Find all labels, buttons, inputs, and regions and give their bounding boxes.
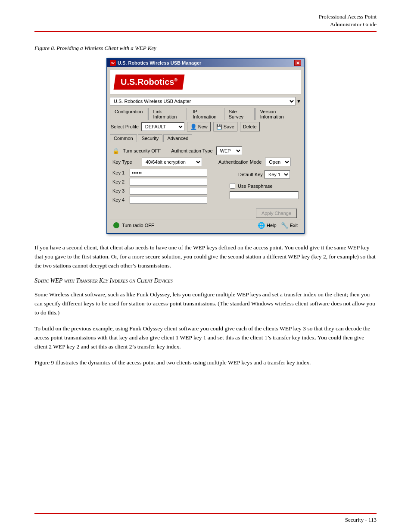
page-header: Professional Access Point Administrator … <box>34 13 377 32</box>
dialog-body: U.S.Robotics® U.S. Robotics Wireless USB… <box>107 67 304 233</box>
sub-tab-advanced[interactable]: Advanced <box>163 134 192 142</box>
adapter-row: U.S. Robotics Wireless USB Adapter ▼ <box>110 97 301 106</box>
help-button[interactable]: 🌐 Help <box>258 222 277 229</box>
key3-label: Key 3 <box>112 188 128 193</box>
passphrase-input[interactable] <box>230 191 299 199</box>
tab-configuration[interactable]: Configuration <box>110 108 147 120</box>
save-button[interactable]: 💾 Save <box>213 122 237 131</box>
app-icon: W <box>110 60 116 66</box>
tab-site-survey[interactable]: Site Survey <box>224 108 255 120</box>
exit-button[interactable]: 🔧 Exit <box>281 222 298 229</box>
delete-label: Delete <box>243 124 257 129</box>
help-icon: 🌐 <box>258 222 265 229</box>
key-type-select[interactable]: 40/64bit encryption <box>142 158 202 166</box>
sub-tabs-row: Common Security Advanced <box>110 134 301 142</box>
footer-right: 🌐 Help 🔧 Exit <box>258 222 298 229</box>
header-line2: Administrator Guide <box>319 21 377 28</box>
key1-label: Key 1 <box>112 170 128 175</box>
figure-caption: Figure 8. Providing a Wireless Client wi… <box>34 45 377 52</box>
footer-left: Turn radio OFF <box>113 222 154 228</box>
profile-label: Select Profile <box>111 124 139 129</box>
header-line1: Professional Access Point <box>319 13 377 21</box>
adapter-select[interactable]: U.S. Robotics Wireless USB Adapter <box>110 97 296 106</box>
key1-input[interactable] <box>130 169 207 177</box>
key-type-row: Key Type 40/64bit encryption Authenticat… <box>112 158 299 166</box>
logo-text: U.S.Robotics® <box>121 77 177 87</box>
logo-box: U.S.Robotics® <box>114 75 185 90</box>
keys-area: Key 1 Key 2 Key 3 <box>112 169 299 205</box>
profile-row: Select Profile DEFAULT 👤 New 💾 Save Dele… <box>110 122 301 131</box>
body-para2: Some Wireless client software, such as l… <box>34 290 377 317</box>
exit-label: Exit <box>290 223 298 228</box>
dialog-title: U.S. Robotics Wireless USB Manager <box>118 60 201 65</box>
tab-link-info[interactable]: Link Information <box>148 108 187 120</box>
key4-input[interactable] <box>130 196 207 204</box>
auth-mode-label: Authentication Mode <box>218 159 262 165</box>
dialog-wrapper: W U.S. Robotics Wireless USB Manager ✕ U… <box>34 58 377 234</box>
key-type-label: Key Type <box>112 159 138 165</box>
key3-row: Key 3 <box>112 187 223 195</box>
page-footer: Security - 113 <box>34 513 377 523</box>
auth-type-select[interactable]: WEP <box>216 146 242 155</box>
passphrase-label: Use Passphrase <box>238 184 273 189</box>
close-button[interactable]: ✕ <box>294 60 301 66</box>
security-toggle-row: 🔒 Turn security OFF Authentication Type … <box>112 146 299 155</box>
auth-mode-select[interactable]: Open <box>265 158 291 166</box>
help-label: Help <box>267 223 277 228</box>
logo-area: U.S.Robotics® <box>110 70 301 94</box>
section-title-text: Static WEP with Transfer Key Indexes on … <box>34 277 173 284</box>
body-para3: To build on the previous example, using … <box>34 324 377 352</box>
key2-input[interactable] <box>130 178 207 186</box>
security-toggle-label: Turn security OFF <box>123 148 161 153</box>
apply-row: Apply Change <box>112 208 299 218</box>
key1-row: Key 1 <box>112 169 223 177</box>
dialog-titlebar: W U.S. Robotics Wireless USB Manager ✕ <box>107 59 304 67</box>
save-icon: 💾 <box>216 124 222 130</box>
section-title: Static WEP with Transfer Key Indexes on … <box>34 277 377 284</box>
key4-row: Key 4 <box>112 196 223 204</box>
dialog-footer: Turn radio OFF 🌐 Help 🔧 Exit <box>110 220 301 230</box>
key4-label: Key 4 <box>112 197 128 202</box>
security-content: 🔒 Turn security OFF Authentication Type … <box>110 145 301 220</box>
passphrase-checkbox-row: Use Passphrase <box>230 183 299 189</box>
sub-tab-security[interactable]: Security <box>138 134 163 142</box>
titlebar-left: W U.S. Robotics Wireless USB Manager <box>110 60 201 66</box>
body-para4: Figure 9 illustrates the dynamics of the… <box>34 358 377 367</box>
header-title: Professional Access Point Administrator … <box>319 13 377 28</box>
page-number: Security - 113 <box>345 516 377 523</box>
security-shield-icon: 🔒 <box>112 148 119 154</box>
keys-left-col: Key 1 Key 2 Key 3 <box>112 169 223 205</box>
auth-type-label: Authentication Type <box>171 148 212 153</box>
passphrase-section: Use Passphrase <box>230 183 299 199</box>
radio-status-icon <box>113 222 119 228</box>
new-icon: 👤 <box>190 124 197 130</box>
tab-ip-info[interactable]: IP Information <box>188 108 223 120</box>
default-key-label: Default Key <box>238 172 263 177</box>
dialog-window: W U.S. Robotics Wireless USB Manager ✕ U… <box>106 58 305 234</box>
default-key-select[interactable]: Key 1 <box>265 170 290 179</box>
keys-right-col: Default Key Key 1 Use Passphrase <box>223 169 299 205</box>
apply-button[interactable]: Apply Change <box>256 208 297 218</box>
radio-off-label: Turn radio OFF <box>122 223 154 228</box>
new-label: New <box>198 124 208 129</box>
passphrase-checkbox[interactable] <box>230 183 235 189</box>
default-key-row: Default Key Key 1 <box>230 170 299 179</box>
key3-input[interactable] <box>130 187 207 195</box>
exit-icon: 🔧 <box>281 222 288 229</box>
profile-select[interactable]: DEFAULT <box>141 122 184 131</box>
key2-row: Key 2 <box>112 178 223 186</box>
new-button[interactable]: 👤 New <box>187 122 211 131</box>
registered-mark: ® <box>174 78 177 83</box>
sub-tab-common[interactable]: Common <box>110 134 137 142</box>
main-tabs-row: Configuration Link Information IP Inform… <box>110 107 301 120</box>
delete-button[interactable]: Delete <box>240 122 260 131</box>
body-para1: If you have a second client, that client… <box>34 243 377 271</box>
tab-version-info[interactable]: Version Information <box>255 108 300 120</box>
key2-label: Key 2 <box>112 179 128 184</box>
save-label: Save <box>224 124 234 129</box>
